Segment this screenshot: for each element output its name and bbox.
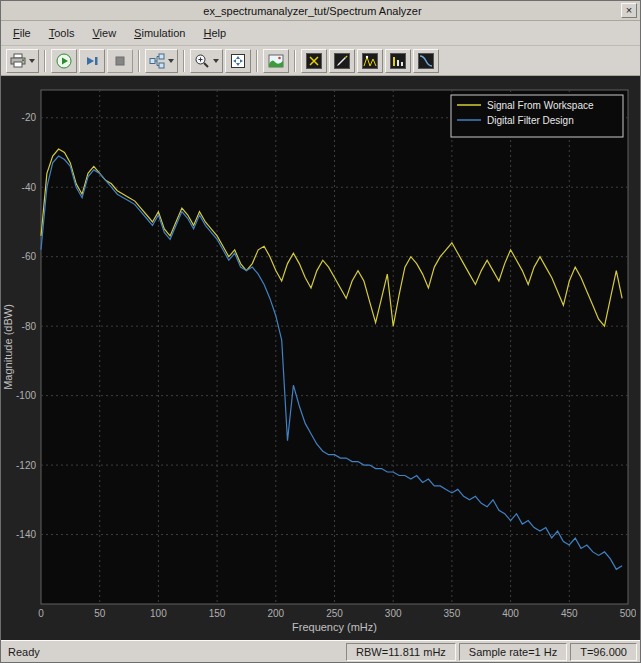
- zoom-in-button[interactable]: [190, 49, 223, 73]
- y-tick-label: -100: [16, 390, 36, 401]
- fit-to-view-icon: [230, 53, 246, 69]
- distortion-measurements-icon: [390, 53, 406, 69]
- spectrum-analyzer-window: ex_spectrumanalyzer_tut/Spectrum Analyze…: [0, 0, 641, 663]
- peak-finder-icon: [362, 53, 378, 69]
- x-tick-label: 250: [326, 608, 343, 619]
- menu-tools[interactable]: Tools: [41, 24, 83, 42]
- close-button[interactable]: ×: [621, 3, 637, 18]
- zoom-in-icon: [194, 53, 210, 69]
- run-icon: [56, 53, 72, 69]
- x-tick-label: 450: [561, 608, 578, 619]
- distortion-measurements-button[interactable]: [385, 49, 411, 73]
- y-tick-label: -140: [16, 529, 36, 540]
- menu-view[interactable]: View: [84, 24, 124, 42]
- toolbar-separator: [294, 50, 296, 72]
- cursor-measurements-icon: [306, 53, 322, 69]
- peak-finder-button[interactable]: [357, 49, 383, 73]
- window-title: ex_spectrumanalyzer_tut/Spectrum Analyze…: [4, 5, 621, 17]
- menu-bar: File Tools View Simulation Help: [1, 21, 640, 46]
- toolbar-separator: [44, 50, 46, 72]
- x-tick-label: 300: [385, 608, 402, 619]
- print-icon: [10, 53, 26, 69]
- ccdf-measurements-button[interactable]: [413, 49, 439, 73]
- step-forward-button[interactable]: [79, 49, 105, 73]
- x-tick-label: 200: [267, 608, 284, 619]
- simulation-settings-button[interactable]: [145, 49, 178, 73]
- y-tick-label: -60: [22, 251, 37, 262]
- status-ready: Ready: [4, 646, 343, 658]
- x-tick-label: 150: [209, 608, 226, 619]
- x-tick-label: 0: [38, 608, 44, 619]
- stop-icon: [112, 53, 128, 69]
- cursor-measurements-button[interactable]: [301, 49, 327, 73]
- spectrum-settings-icon: [268, 53, 284, 69]
- x-tick-label: 400: [502, 608, 519, 619]
- print-button[interactable]: [6, 49, 39, 73]
- menu-simulation[interactable]: Simulation: [126, 24, 193, 42]
- fit-to-view-button[interactable]: [225, 49, 251, 73]
- y-tick-label: -40: [22, 182, 37, 193]
- status-rbw: RBW=11.811 mHz: [346, 643, 456, 661]
- x-tick-label: 100: [150, 608, 167, 619]
- dropdown-arrow-icon: [213, 59, 219, 63]
- toolbar-separator: [183, 50, 185, 72]
- run-button[interactable]: [51, 49, 77, 73]
- status-bar: Ready RBW=11.811 mHz Sample rate=1 Hz T=…: [1, 640, 640, 662]
- signal-statistics-button[interactable]: [329, 49, 355, 73]
- dropdown-arrow-icon: [168, 59, 174, 63]
- spectrum-settings-button[interactable]: [263, 49, 289, 73]
- y-tick-label: -120: [16, 460, 36, 471]
- legend-label-1: Digital Filter Design: [487, 115, 574, 126]
- dropdown-arrow-icon: [29, 59, 35, 63]
- status-sample-rate: Sample rate=1 Hz: [459, 643, 567, 661]
- spectrum-display[interactable]: 050100150200250300350400450500-20-40-60-…: [1, 76, 640, 640]
- simulation-settings-icon: [149, 53, 165, 69]
- ccdf-measurements-icon: [418, 53, 434, 69]
- x-tick-label: 350: [444, 608, 461, 619]
- legend-label-0: Signal From Workspace: [487, 100, 594, 111]
- toolbar-separator: [256, 50, 258, 72]
- status-time: T=96.000: [570, 643, 637, 661]
- y-axis-label: Magnitude (dBW): [2, 304, 14, 390]
- signal-statistics-icon: [334, 53, 350, 69]
- close-icon: ×: [626, 5, 632, 16]
- title-bar[interactable]: ex_spectrumanalyzer_tut/Spectrum Analyze…: [1, 1, 640, 21]
- toolbar: [1, 46, 640, 76]
- menu-file[interactable]: File: [5, 24, 39, 42]
- stop-button[interactable]: [107, 49, 133, 73]
- step-forward-icon: [84, 53, 100, 69]
- menu-help[interactable]: Help: [195, 24, 234, 42]
- toolbar-separator: [138, 50, 140, 72]
- spectrum-plot[interactable]: 050100150200250300350400450500-20-40-60-…: [1, 76, 636, 637]
- x-tick-label: 50: [94, 608, 106, 619]
- x-tick-label: 500: [620, 608, 636, 619]
- x-axis-label: Frequency (mHz): [292, 621, 377, 633]
- y-tick-label: -80: [22, 321, 37, 332]
- y-tick-label: -20: [22, 112, 37, 123]
